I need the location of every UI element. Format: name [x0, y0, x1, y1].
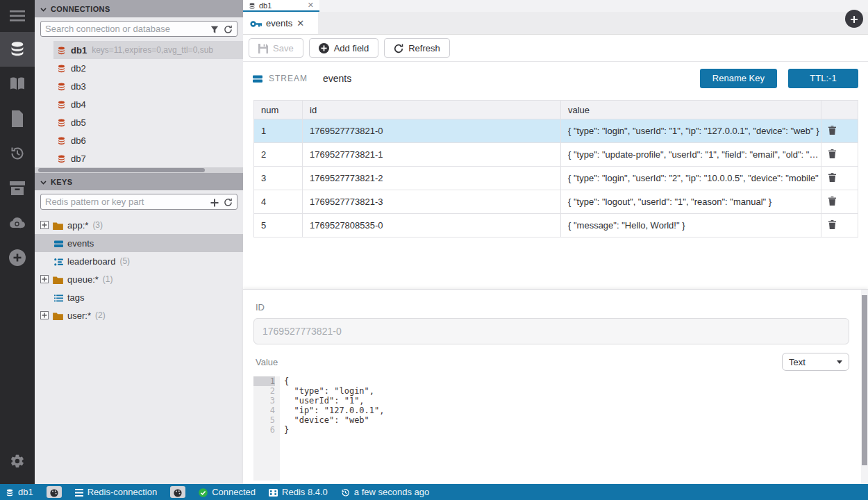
- chevron-down-icon: [40, 3, 47, 14]
- palette-icon: [174, 487, 182, 497]
- status-version[interactable]: Redis 8.4.0: [269, 487, 328, 497]
- refresh-icon[interactable]: [224, 24, 233, 34]
- delete-entry-icon[interactable]: [828, 197, 836, 206]
- keys-tree: app:* (3) events leaderboard (5) queue:*…: [35, 214, 243, 324]
- connections-header[interactable]: CONNECTIONS: [35, 0, 243, 17]
- status-db[interactable]: db1: [6, 487, 33, 497]
- add-key-icon[interactable]: [210, 197, 219, 207]
- redis-db-icon: [57, 135, 66, 145]
- redis-db-icon: [57, 99, 66, 109]
- redis-db-icon: [57, 81, 66, 91]
- scrollbar-thumb[interactable]: [862, 295, 867, 465]
- connection-list: db1 keys=11,expires=0,avg_ttl=0,sub db2 …: [35, 41, 243, 167]
- tree-item-app[interactable]: app:* (3): [35, 216, 243, 234]
- connection-item-db5[interactable]: db5: [35, 113, 243, 131]
- chevron-down-icon: [837, 360, 842, 364]
- tree-item-leaderboard[interactable]: leaderboard (5): [35, 252, 243, 270]
- expand-icon[interactable]: [40, 221, 49, 229]
- sidebar-item-cloud-search[interactable]: [0, 206, 35, 240]
- filter-icon[interactable]: [210, 24, 219, 34]
- table-row[interactable]: 1 1769527773821-0 { "type": "login", "us…: [254, 119, 858, 143]
- delete-entry-icon[interactable]: [828, 126, 836, 135]
- history-clock-icon: [341, 487, 350, 497]
- scrollbar-thumb[interactable]: [38, 168, 205, 172]
- entry-detail-panel: ID Value Text 1 2 3 4 5 6 {: [243, 289, 868, 484]
- key-search-input[interactable]: [41, 197, 210, 207]
- connection-item-db6[interactable]: db6: [35, 131, 243, 149]
- connection-item-db1[interactable]: db1 keys=11,expires=0,avg_ttl=0,sub: [35, 41, 243, 59]
- refresh-icon[interactable]: [224, 197, 233, 207]
- sidebar-item-history[interactable]: [0, 136, 35, 171]
- menu-button[interactable]: [0, 0, 35, 32]
- connection-item-db7[interactable]: db7: [35, 149, 243, 167]
- sidebar-item-archive[interactable]: [0, 171, 35, 206]
- connection-item-db3[interactable]: db3: [35, 77, 243, 95]
- server-chip-icon: [269, 487, 278, 497]
- history-icon: [9, 145, 26, 162]
- connection-item-db4[interactable]: db4: [35, 95, 243, 113]
- tab-label: events: [266, 18, 292, 28]
- redis-client-window: CONNECTIONS db1 keys=11,expires=0,avg_tt…: [0, 0, 868, 500]
- redis-db-icon: [57, 44, 66, 55]
- left-panel: CONNECTIONS db1 keys=11,expires=0,avg_tt…: [35, 0, 243, 484]
- add-connection-button[interactable]: [0, 240, 35, 275]
- tree-item-tags[interactable]: tags: [35, 288, 243, 306]
- editor-content[interactable]: { "type": "login", "userId": "1", "ip": …: [280, 376, 385, 481]
- table-row[interactable]: 2 1769527773821-1 { "type": "update-prof…: [254, 143, 858, 167]
- save-button[interactable]: Save: [249, 38, 303, 58]
- connection-search-row: [35, 17, 243, 41]
- expand-icon[interactable]: [40, 311, 49, 319]
- close-icon[interactable]: ✕: [308, 1, 314, 10]
- book-icon: [9, 76, 26, 92]
- connection-item-db2[interactable]: db2: [35, 59, 243, 77]
- value-label: Value: [256, 357, 782, 367]
- cloud-search-icon: [8, 215, 26, 231]
- refresh-icon: [394, 42, 403, 53]
- activity-bar: [0, 0, 35, 484]
- database-icon: [9, 41, 26, 58]
- tree-item-events[interactable]: events: [35, 234, 243, 252]
- status-bar: db1 Redis-connection Connected Redis 8.4…: [0, 484, 868, 500]
- delete-entry-icon[interactable]: [828, 220, 836, 229]
- check-circle-icon: [199, 487, 208, 497]
- status-last-refresh[interactable]: a few seconds ago: [341, 487, 429, 497]
- status-palette-badge[interactable]: [47, 486, 62, 498]
- zset-type-icon: [54, 256, 63, 267]
- value-editor[interactable]: 1 2 3 4 5 6 { "type": "login", "userId":…: [253, 376, 861, 481]
- format-select[interactable]: Text: [782, 353, 849, 371]
- gear-icon: [10, 453, 25, 469]
- status-connection[interactable]: Redis-connection: [75, 487, 157, 497]
- tree-item-queue[interactable]: queue:* (1): [35, 270, 243, 288]
- connection-search-input[interactable]: [41, 24, 210, 34]
- connections-horizontal-scrollbar[interactable]: [35, 167, 243, 173]
- table-row[interactable]: 5 1769527808535-0 { "message": "Hello, W…: [254, 214, 858, 238]
- entry-id-field[interactable]: [253, 318, 849, 344]
- redis-db-icon: [57, 117, 66, 127]
- connections-header-label: CONNECTIONS: [51, 5, 110, 13]
- editor-gutter: 1 2 3 4 5 6: [253, 376, 280, 481]
- close-icon[interactable]: ✕: [297, 18, 304, 28]
- new-tab-button[interactable]: [845, 10, 863, 28]
- sidebar-item-file[interactable]: [0, 101, 35, 136]
- delete-entry-icon[interactable]: [828, 149, 836, 158]
- tab-events[interactable]: events ✕: [243, 12, 318, 34]
- sidebar-item-connections[interactable]: [0, 32, 35, 67]
- delete-entry-icon[interactable]: [828, 173, 836, 182]
- settings-button[interactable]: [0, 444, 35, 478]
- status-connected[interactable]: Connected: [199, 487, 256, 497]
- vertical-scrollbar[interactable]: [861, 290, 868, 484]
- table-row[interactable]: 3 1769527773821-2 { "type": "login", "us…: [254, 167, 858, 190]
- tree-item-user[interactable]: user:* (2): [35, 306, 243, 324]
- add-field-button[interactable]: Add field: [309, 38, 379, 58]
- table-row[interactable]: 4 1769527773821-3 { "type": "logout", "u…: [254, 190, 858, 214]
- keys-header[interactable]: KEYS: [35, 173, 243, 190]
- rename-key-button[interactable]: Rename Key: [700, 69, 777, 88]
- refresh-button[interactable]: Refresh: [384, 38, 450, 58]
- stream-entries-table: num id value 1 1769527773821-0 { "type":…: [253, 100, 858, 238]
- ttl-button[interactable]: TTL:-1: [788, 69, 858, 88]
- status-palette-badge[interactable]: [170, 486, 185, 498]
- expand-icon[interactable]: [40, 275, 49, 283]
- key-icon: [250, 18, 262, 28]
- tab-db1[interactable]: db1 ✕: [243, 0, 319, 12]
- sidebar-item-docs[interactable]: [0, 67, 35, 101]
